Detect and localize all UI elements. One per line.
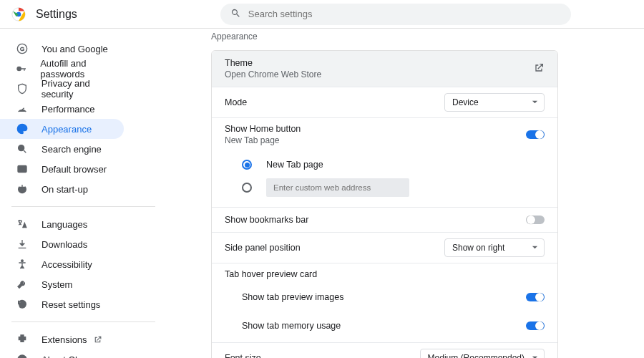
tab-memory-toggle[interactable]: [526, 321, 545, 330]
sidepanel-select[interactable]: Show on right: [444, 238, 545, 257]
sidebar-item-languages[interactable]: Languages: [0, 214, 124, 234]
sidebar-item-label: Search engine: [42, 144, 102, 155]
bookmarks-toggle[interactable]: [526, 216, 545, 224]
svg-rect-6: [18, 165, 26, 172]
mode-select[interactable]: Device: [444, 93, 545, 112]
search-icon: [230, 8, 248, 21]
tabhover-label: Tab hover preview card: [225, 269, 545, 279]
radio-custom-address[interactable]: [225, 174, 545, 201]
sidebar-item-appearance[interactable]: Appearance: [0, 119, 124, 139]
sidebar-item-downloads[interactable]: Downloads: [0, 234, 124, 254]
svg-text:G: G: [20, 46, 24, 52]
restore-icon: [16, 298, 29, 311]
sidebar-item-system[interactable]: System: [0, 274, 124, 294]
sidebar-item-reset[interactable]: Reset settings: [0, 294, 124, 314]
search-box[interactable]: [220, 4, 571, 25]
bookmarks-label: Show bookmarks bar: [225, 215, 308, 225]
sidebar-item-about[interactable]: About Chrome: [0, 349, 124, 358]
section-title: Appearance: [211, 32, 615, 42]
build-icon: [16, 278, 29, 291]
sidebar: GYou and Google Autofill and passwords P…: [0, 29, 167, 358]
sidebar-item-label: Extensions: [42, 334, 87, 345]
custom-address-input[interactable]: [266, 178, 409, 197]
sidebar-item-search-engine[interactable]: Search engine: [0, 139, 124, 159]
fontsize-label: Font size: [225, 353, 261, 358]
sidebar-item-label: Performance: [42, 104, 94, 115]
radio-new-tab-page[interactable]: New Tab page: [225, 155, 545, 174]
row-font-size: Font size Medium (Recommended): [212, 342, 557, 358]
palette-icon: [16, 122, 29, 135]
open-in-new-icon: [93, 335, 102, 344]
tab-memory-label: Show tab memory usage: [242, 321, 341, 331]
sidebar-item-autofill[interactable]: Autofill and passwords: [0, 59, 124, 79]
settings-card: Theme Open Chrome Web Store Mode Device …: [211, 50, 558, 358]
sidebar-item-label: Privacy and security: [42, 78, 124, 100]
translate-icon: [16, 218, 29, 231]
radio-icon: [242, 183, 252, 193]
divider: [11, 206, 155, 207]
sidebar-item-label: System: [42, 279, 72, 290]
dropdown-icon: [532, 353, 538, 358]
sidebar-item-label: Downloads: [42, 239, 87, 250]
sidebar-item-default-browser[interactable]: Default browser: [0, 159, 124, 179]
mode-value: Device: [452, 97, 479, 107]
row-mode: Mode Device: [212, 87, 557, 117]
home-toggle[interactable]: [526, 130, 545, 139]
sidebar-item-privacy[interactable]: Privacy and security: [0, 79, 124, 99]
person-icon: G: [16, 42, 29, 55]
sidebar-item-label: Appearance: [42, 124, 92, 135]
dropdown-icon: [532, 97, 538, 107]
home-sublabel: New Tab page: [225, 135, 301, 145]
sidebar-item-extensions[interactable]: Extensions: [0, 329, 124, 349]
theme-sublabel: Open Chrome Web Store: [225, 69, 321, 79]
browser-icon: [16, 163, 29, 175]
header: Settings: [0, 0, 644, 29]
row-bookmarks-bar: Show bookmarks bar: [212, 207, 557, 232]
chrome-logo-icon: [11, 7, 26, 21]
radio-label: New Tab page: [266, 160, 323, 170]
home-label: Show Home button: [225, 124, 301, 134]
tab-preview-images-label: Show tab preview images: [242, 292, 343, 302]
search-icon: [16, 142, 29, 155]
open-in-new-icon: [533, 62, 545, 76]
sidebar-item-on-start-up[interactable]: On start-up: [0, 179, 124, 199]
extension-icon: [16, 333, 29, 346]
accessibility-icon: [16, 258, 29, 271]
sidebar-item-you-and-google[interactable]: GYou and Google: [0, 39, 124, 59]
fontsize-select[interactable]: Medium (Recommended): [420, 349, 545, 358]
shield-icon: [16, 82, 29, 95]
row-theme[interactable]: Theme Open Chrome Web Store: [212, 51, 557, 87]
tab-preview-images-toggle[interactable]: [526, 293, 545, 301]
sidepanel-value: Show on right: [452, 243, 504, 253]
speedometer-icon: [16, 102, 29, 115]
sidebar-item-label: Languages: [42, 219, 87, 230]
sidebar-item-label: You and Google: [42, 44, 108, 54]
sidebar-item-performance[interactable]: Performance: [0, 99, 124, 119]
row-home-button: Show Home button New Tab page New Tab pa…: [212, 117, 557, 207]
divider: [11, 321, 155, 322]
key-icon: [16, 62, 27, 75]
page-title: Settings: [36, 8, 77, 21]
chrome-icon: [16, 353, 29, 358]
svg-point-7: [21, 260, 24, 262]
theme-label: Theme: [225, 58, 321, 68]
sidepanel-label: Side panel position: [225, 243, 301, 253]
sidebar-item-label: About Chrome: [42, 354, 102, 359]
search-input[interactable]: [248, 9, 561, 19]
row-tab-hover: Tab hover preview card Show tab preview …: [212, 263, 557, 342]
sidebar-item-accessibility[interactable]: Accessibility: [0, 254, 124, 274]
sidebar-item-label: On start-up: [42, 184, 88, 195]
fontsize-value: Medium (Recommended): [428, 353, 525, 358]
row-side-panel: Side panel position Show on right: [212, 232, 557, 263]
power-icon: [16, 183, 29, 195]
dropdown-icon: [532, 243, 538, 253]
svg-point-5: [19, 145, 24, 151]
sidebar-item-label: Default browser: [42, 164, 107, 175]
svg-point-4: [17, 67, 21, 70]
download-icon: [16, 238, 29, 251]
radio-icon: [242, 160, 252, 170]
sidebar-item-label: Autofill and passwords: [40, 58, 124, 79]
sidebar-item-label: Accessibility: [42, 259, 92, 270]
main-content: Appearance Theme Open Chrome Web Store M…: [167, 29, 644, 358]
mode-label: Mode: [225, 97, 247, 107]
